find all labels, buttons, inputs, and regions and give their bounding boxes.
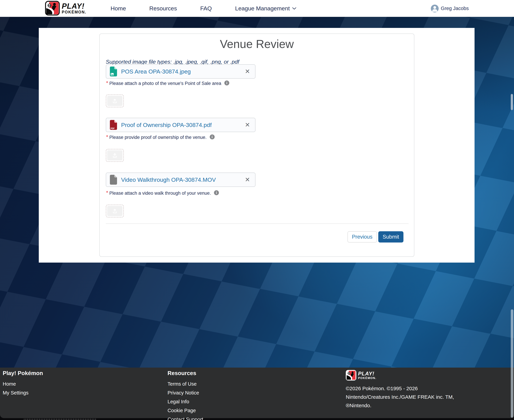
previous-button[interactable]: Previous — [347, 231, 377, 242]
required-asterisk: * — [106, 80, 108, 86]
avatar — [431, 5, 439, 12]
user-name: Greg Jacobs — [441, 6, 469, 11]
footer-link-legal-info[interactable]: Legal Info — [168, 399, 203, 405]
page-title: Venue Review — [100, 37, 414, 51]
footer-link-cookie-page[interactable]: Cookie Page — [168, 408, 203, 413]
footer-link-home[interactable]: Home — [3, 381, 43, 387]
footer-play-pokemon-logo: PLAY! POKÉMON. — [346, 370, 454, 381]
venue-review-card: Venue Review Supported image file types:… — [99, 34, 414, 257]
copyright-line: Nintendo/Creatures Inc./GAME FREAK inc. … — [346, 393, 454, 401]
attachment-requirement: * Please provide proof of ownership of t… — [106, 135, 215, 141]
upload-button — [107, 96, 123, 106]
footer-heading: Play! Pokémon — [3, 370, 43, 376]
attachment-label: Please attach a video walk through of yo… — [109, 191, 211, 196]
form-actions: Previous Submit — [347, 231, 404, 242]
copyright-text: ©2026 Pokémon. ©1995 - 2026 Nintendo/Cre… — [346, 384, 454, 410]
inner-scrollbar-thumb[interactable] — [511, 94, 513, 110]
required-asterisk: * — [106, 190, 108, 195]
attachment-label: Please provide proof of ownership of the… — [109, 135, 207, 140]
remove-attachment-button[interactable]: ✕ — [243, 118, 252, 132]
pdf-badge: PDF — [110, 127, 115, 130]
brand-pokemon-text: POKÉMON. — [358, 377, 377, 380]
attachment-row-video-walkthrough: Video Walkthrough OPA-30874.MOV ✕ — [106, 172, 256, 187]
close-icon: ✕ — [245, 68, 250, 75]
nav-link-resources[interactable]: Resources — [149, 0, 177, 17]
page: PLAY! POKÉMON. Home Resources FAQ League… — [0, 0, 514, 420]
footer: Play! Pokémon Home My Settings Resources… — [0, 368, 514, 418]
user-menu[interactable]: Greg Jacobs — [431, 0, 469, 17]
status-bar-fragment — [24, 419, 97, 420]
brand-play-text: PLAY! — [62, 2, 86, 10]
remove-attachment-button[interactable]: ✕ — [243, 65, 252, 78]
upload-icon — [112, 208, 117, 214]
close-icon: ✕ — [245, 121, 250, 128]
footer-column-resources: Resources Terms of Use Privacy Notice Le… — [168, 370, 203, 420]
pdf-file-icon: PDF — [110, 120, 117, 130]
video-file-icon — [110, 174, 117, 185]
footer-link-terms-of-use[interactable]: Terms of Use — [168, 381, 203, 387]
page-scrollbar-thumb[interactable] — [511, 309, 513, 418]
attachment-filename-link[interactable]: Video Walkthrough OPA-30874.MOV — [121, 176, 216, 183]
chevron-down-icon — [292, 7, 296, 10]
info-icon[interactable]: i — [214, 190, 219, 195]
upload-dropzone[interactable] — [106, 149, 124, 162]
attachment-label: Please attach a photo of the venue's Poi… — [109, 81, 221, 86]
upload-button — [107, 206, 123, 216]
brand-wordmark: PLAY! POKÉMON. — [62, 2, 86, 14]
play-pokemon-logo-icon — [45, 1, 60, 15]
copyright-line: ®Nintendo. — [346, 401, 454, 410]
close-icon: ✕ — [245, 176, 250, 183]
attachment-row-proof-of-ownership: PDF Proof of Ownership OPA-30874.pdf ✕ — [106, 118, 256, 132]
image-file-icon — [110, 66, 117, 77]
footer-link-contact-support[interactable]: Contact Support — [168, 417, 203, 420]
upload-icon — [112, 98, 117, 104]
info-icon[interactable]: i — [224, 81, 229, 85]
nav-link-league-management[interactable]: League Management — [235, 0, 296, 17]
upload-dropzone[interactable] — [106, 204, 124, 218]
brand-pokemon-text: POKÉMON. — [62, 10, 86, 14]
attachment-filename-link[interactable]: Proof of Ownership OPA-30874.pdf — [121, 122, 212, 128]
footer-link-privacy-notice[interactable]: Privacy Notice — [168, 390, 203, 396]
play-pokemon-logo[interactable]: PLAY! POKÉMON. — [45, 1, 86, 15]
attachment-requirement: * Please attach a video walk through of … — [106, 191, 219, 196]
footer-brand-wordmark: PLAY! POKÉMON. — [358, 371, 377, 380]
info-icon[interactable]: i — [210, 135, 215, 139]
remove-attachment-button[interactable]: ✕ — [243, 173, 252, 187]
nav-link-faq[interactable]: FAQ — [200, 0, 212, 17]
file-types-note: Supported image file types: .jpg, .jpeg,… — [106, 59, 239, 65]
play-pokemon-logo-icon — [346, 370, 356, 381]
footer-column-play-pokemon: Play! Pokémon Home My Settings — [3, 370, 43, 399]
upload-icon — [112, 153, 117, 158]
footer-heading: Resources — [168, 370, 203, 376]
top-navbar: PLAY! POKÉMON. Home Resources FAQ League… — [0, 0, 514, 17]
nav-link-league-management-label: League Management — [235, 0, 290, 17]
form-divider — [106, 224, 409, 224]
nav-link-home[interactable]: Home — [110, 0, 126, 17]
attachment-filename-link[interactable]: POS Area OPA-30874.jpeg — [121, 68, 191, 75]
brand-play-text: PLAY! — [358, 371, 377, 376]
footer-column-legal: PLAY! POKÉMON. ©2026 Pokémon. ©1995 - 20… — [346, 370, 454, 410]
copyright-line: ©2026 Pokémon. ©1995 - 2026 — [346, 384, 454, 393]
upload-button — [107, 150, 123, 160]
submit-button[interactable]: Submit — [378, 231, 404, 242]
person-icon — [431, 5, 439, 12]
attachment-requirement: * Please attach a photo of the venue's P… — [106, 81, 229, 87]
upload-dropzone[interactable] — [106, 94, 124, 107]
required-asterisk: * — [106, 134, 108, 140]
attachment-row-pos-area: POS Area OPA-30874.jpeg ✕ — [106, 64, 256, 79]
footer-link-my-settings[interactable]: My Settings — [3, 390, 43, 396]
nav-links: Home Resources FAQ League Management — [110, 0, 296, 17]
